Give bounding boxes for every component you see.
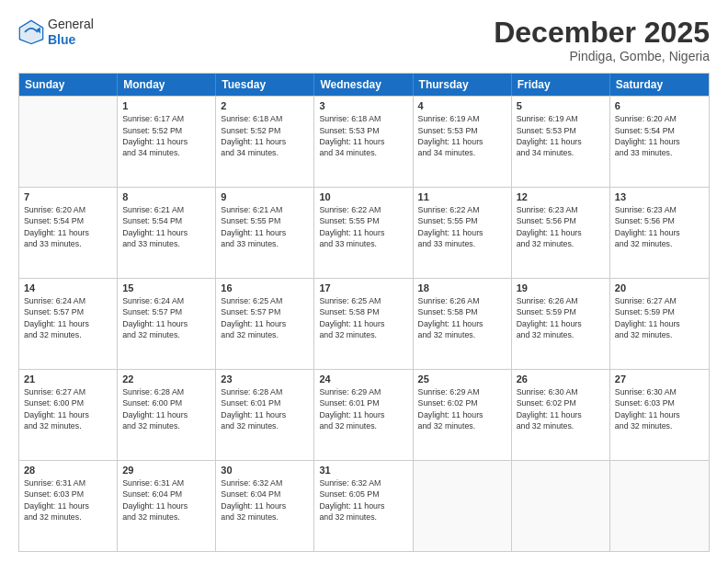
day-number: 25 [418,373,506,385]
day-info: Sunrise: 6:29 AM Sunset: 6:02 PM Dayligh… [418,386,506,431]
logo-icon [18,19,44,45]
logo: General Blue [18,17,94,48]
cal-cell: 10Sunrise: 6:22 AM Sunset: 5:55 PM Dayli… [314,188,413,278]
day-info: Sunrise: 6:32 AM Sunset: 6:05 PM Dayligh… [319,477,407,523]
calendar-body: 1Sunrise: 6:17 AM Sunset: 5:52 PM Daylig… [19,96,709,551]
day-number: 13 [615,191,704,202]
day-number: 22 [122,373,210,385]
cal-cell: 5Sunrise: 6:19 AM Sunset: 5:53 PM Daylig… [512,97,610,187]
cal-cell: 26Sunrise: 6:30 AM Sunset: 6:02 PM Dayli… [512,370,610,460]
day-number: 31 [319,465,407,476]
header-day-wednesday: Wednesday [314,74,413,96]
day-info: Sunrise: 6:29 AM Sunset: 6:01 PM Dayligh… [319,386,407,431]
day-info: Sunrise: 6:25 AM Sunset: 5:58 PM Dayligh… [319,295,407,340]
calendar-header: SundayMondayTuesdayWednesdayThursdayFrid… [19,74,709,96]
cal-cell: 3Sunrise: 6:18 AM Sunset: 5:53 PM Daylig… [314,97,413,187]
cal-cell: 31Sunrise: 6:32 AM Sunset: 6:05 PM Dayli… [314,461,413,551]
day-number: 24 [319,373,407,385]
day-info: Sunrise: 6:26 AM Sunset: 5:59 PM Dayligh… [517,295,605,340]
header-day-sunday: Sunday [19,74,118,96]
day-number: 1 [122,100,210,111]
day-info: Sunrise: 6:24 AM Sunset: 5:57 PM Dayligh… [24,295,112,340]
week-row-4: 21Sunrise: 6:27 AM Sunset: 6:00 PM Dayli… [19,369,709,460]
week-row-1: 1Sunrise: 6:17 AM Sunset: 5:52 PM Daylig… [19,96,709,187]
cal-cell: 19Sunrise: 6:26 AM Sunset: 5:59 PM Dayli… [512,279,610,369]
day-number: 5 [517,100,605,111]
logo-blue: Blue [48,32,94,48]
day-info: Sunrise: 6:20 AM Sunset: 5:54 PM Dayligh… [615,113,704,158]
day-number: 26 [517,373,605,385]
day-info: Sunrise: 6:32 AM Sunset: 6:04 PM Dayligh… [221,477,309,523]
logo-general: General [48,17,94,32]
cal-cell: 17Sunrise: 6:25 AM Sunset: 5:58 PM Dayli… [314,279,413,369]
week-row-3: 14Sunrise: 6:24 AM Sunset: 5:57 PM Dayli… [19,278,709,369]
day-number: 9 [221,191,309,202]
cal-cell: 7Sunrise: 6:20 AM Sunset: 5:54 PM Daylig… [19,188,118,278]
cal-cell: 16Sunrise: 6:25 AM Sunset: 5:57 PM Dayli… [216,279,314,369]
cal-cell [19,97,118,187]
day-number: 15 [122,282,210,293]
day-info: Sunrise: 6:18 AM Sunset: 5:53 PM Dayligh… [319,113,407,158]
cal-cell: 11Sunrise: 6:22 AM Sunset: 5:55 PM Dayli… [414,188,512,278]
cal-cell: 28Sunrise: 6:31 AM Sunset: 6:03 PM Dayli… [19,461,118,551]
page: General Blue December 2025 Pindiga, Gomb… [0,0,728,563]
cal-cell: 23Sunrise: 6:28 AM Sunset: 6:01 PM Dayli… [216,370,314,460]
cal-cell: 20Sunrise: 6:27 AM Sunset: 5:59 PM Dayli… [610,279,709,369]
month-title: December 2025 [494,17,710,49]
cal-cell: 4Sunrise: 6:19 AM Sunset: 5:53 PM Daylig… [414,97,512,187]
cal-cell: 24Sunrise: 6:29 AM Sunset: 6:01 PM Dayli… [314,370,413,460]
cal-cell: 22Sunrise: 6:28 AM Sunset: 6:00 PM Dayli… [118,370,216,460]
calendar: SundayMondayTuesdayWednesdayThursdayFrid… [18,73,710,552]
title-area: December 2025 Pindiga, Gombe, Nigeria [494,17,710,63]
day-info: Sunrise: 6:23 AM Sunset: 5:56 PM Dayligh… [615,204,704,249]
cal-cell: 2Sunrise: 6:18 AM Sunset: 5:52 PM Daylig… [216,97,314,187]
day-number: 6 [615,100,704,111]
cal-cell: 8Sunrise: 6:21 AM Sunset: 5:54 PM Daylig… [118,188,216,278]
cal-cell: 21Sunrise: 6:27 AM Sunset: 6:00 PM Dayli… [19,370,118,460]
day-info: Sunrise: 6:31 AM Sunset: 6:04 PM Dayligh… [122,477,210,523]
cal-cell: 13Sunrise: 6:23 AM Sunset: 5:56 PM Dayli… [610,188,709,278]
cal-cell: 30Sunrise: 6:32 AM Sunset: 6:04 PM Dayli… [216,461,314,551]
day-number: 11 [418,191,506,202]
day-number: 2 [221,100,309,111]
day-info: Sunrise: 6:21 AM Sunset: 5:54 PM Dayligh… [122,204,210,249]
day-number: 19 [517,282,605,293]
header-day-saturday: Saturday [610,74,709,96]
day-info: Sunrise: 6:28 AM Sunset: 6:00 PM Dayligh… [122,386,210,431]
cal-cell: 29Sunrise: 6:31 AM Sunset: 6:04 PM Dayli… [118,461,216,551]
day-number: 14 [24,282,112,293]
day-number: 17 [319,282,407,293]
cal-cell: 18Sunrise: 6:26 AM Sunset: 5:58 PM Dayli… [414,279,512,369]
day-info: Sunrise: 6:18 AM Sunset: 5:52 PM Dayligh… [221,113,309,158]
day-number: 28 [24,465,112,476]
location: Pindiga, Gombe, Nigeria [494,49,710,63]
day-info: Sunrise: 6:20 AM Sunset: 5:54 PM Dayligh… [24,204,112,249]
logo-text: General Blue [48,17,94,48]
day-info: Sunrise: 6:17 AM Sunset: 5:52 PM Dayligh… [122,113,210,158]
cal-cell: 1Sunrise: 6:17 AM Sunset: 5:52 PM Daylig… [118,97,216,187]
day-info: Sunrise: 6:19 AM Sunset: 5:53 PM Dayligh… [418,113,506,158]
cal-cell: 15Sunrise: 6:24 AM Sunset: 5:57 PM Dayli… [118,279,216,369]
day-number: 4 [418,100,506,111]
day-info: Sunrise: 6:25 AM Sunset: 5:57 PM Dayligh… [221,295,309,340]
day-number: 7 [24,191,112,202]
day-number: 30 [221,465,309,476]
week-row-5: 28Sunrise: 6:31 AM Sunset: 6:03 PM Dayli… [19,460,709,551]
day-number: 3 [319,100,407,111]
day-info: Sunrise: 6:21 AM Sunset: 5:55 PM Dayligh… [221,204,309,249]
cal-cell: 27Sunrise: 6:30 AM Sunset: 6:03 PM Dayli… [610,370,709,460]
cal-cell: 9Sunrise: 6:21 AM Sunset: 5:55 PM Daylig… [216,188,314,278]
cal-cell [414,461,512,551]
day-info: Sunrise: 6:27 AM Sunset: 5:59 PM Dayligh… [615,295,704,340]
header: General Blue December 2025 Pindiga, Gomb… [18,17,710,63]
cal-cell: 6Sunrise: 6:20 AM Sunset: 5:54 PM Daylig… [610,97,709,187]
day-info: Sunrise: 6:31 AM Sunset: 6:03 PM Dayligh… [24,477,112,523]
cal-cell [610,461,709,551]
day-info: Sunrise: 6:23 AM Sunset: 5:56 PM Dayligh… [517,204,605,249]
cal-cell: 12Sunrise: 6:23 AM Sunset: 5:56 PM Dayli… [512,188,610,278]
day-number: 20 [615,282,704,293]
header-day-monday: Monday [118,74,216,96]
day-info: Sunrise: 6:22 AM Sunset: 5:55 PM Dayligh… [418,204,506,249]
day-number: 23 [221,373,309,385]
day-info: Sunrise: 6:19 AM Sunset: 5:53 PM Dayligh… [517,113,605,158]
